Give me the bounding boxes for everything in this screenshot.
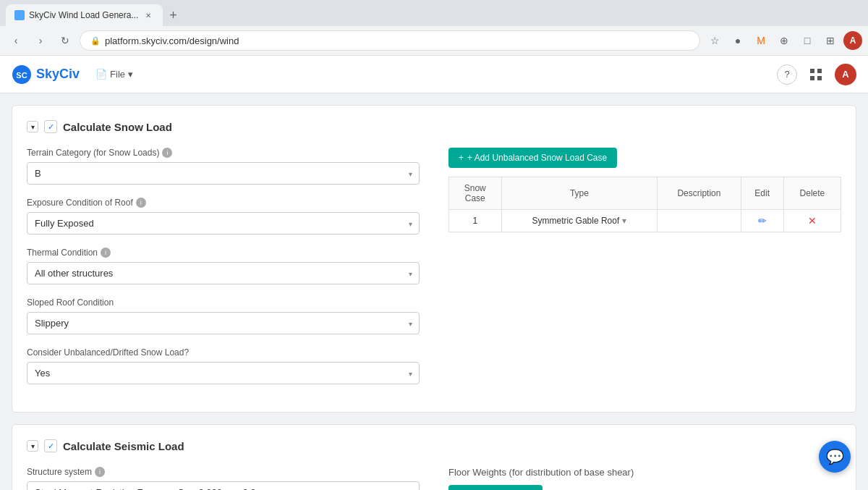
tab-title: SkyCiv Wind Load Genera... [29, 10, 138, 20]
exposure-info-icon[interactable]: i [136, 198, 146, 208]
snow-edit-button[interactable]: ✏ [758, 215, 767, 227]
snow-type-value: Symmetric Gable Roof [532, 216, 620, 226]
grid-icon [809, 67, 823, 82]
user-avatar[interactable]: A [835, 64, 856, 85]
help-button[interactable]: ? [777, 64, 797, 85]
svg-rect-4 [810, 76, 814, 80]
snow-type-dropdown-arrow[interactable]: ▾ [622, 216, 626, 226]
file-icon: 📄 [95, 69, 107, 80]
ext-icon-1[interactable]: ● [728, 30, 748, 51]
snow-toggle-symbol: ▾ [31, 123, 35, 131]
floor-weights-section: Floor Weights (for distribution of base … [448, 467, 841, 490]
thermal-label: Thermal Condition i [27, 248, 420, 258]
unbalanced-select-wrapper: Yes ▾ [27, 362, 420, 384]
app-logo-text: SkyCiv [36, 67, 80, 82]
seismic-form-right: Floor Weights (for distribution of base … [448, 467, 841, 490]
snow-delete-col-header: Delete [783, 177, 841, 210]
snow-form-grid: Terrain Category (for Snow Loads) i B ▾ … [27, 148, 841, 397]
snow-edit-col-header: Edit [741, 177, 783, 210]
floor-weights-title: Floor Weights (for distribution of base … [448, 467, 841, 478]
terrain-info-icon[interactable]: i [162, 148, 172, 158]
exposure-select-wrapper: Fully Exposed ▾ [27, 212, 420, 235]
active-tab[interactable]: SkyCiv Wind Load Genera... ✕ [6, 4, 163, 26]
header-right: ? A [777, 64, 856, 85]
terrain-select[interactable]: B [27, 162, 420, 185]
snow-section-checkbox[interactable]: ✓ [44, 120, 57, 133]
seismic-form-grid: Structure system i Steel Moment-Resistin… [27, 467, 841, 490]
unbalanced-snow-field: Consider Unbalanced/Drifted Snow Load? Y… [27, 347, 420, 384]
thermal-condition-field: Thermal Condition i All other structures… [27, 248, 420, 284]
snow-desc-col-header: Description [658, 177, 741, 210]
chat-button[interactable]: 💬 [819, 441, 851, 473]
seismic-toggle-symbol: ▾ [31, 442, 35, 450]
snow-type-cell: Symmetric Gable Roof ▾ [501, 210, 658, 232]
thermal-select-wrapper: All other structures ▾ [27, 262, 420, 284]
app-logo: SC SkyCiv [12, 64, 80, 85]
skyciv-logo-icon: SC [12, 64, 32, 85]
snow-delete-button[interactable]: ✕ [808, 215, 817, 227]
unbalanced-select[interactable]: Yes [27, 362, 420, 384]
snow-load-section: ▾ ✓ Calculate Snow Load Terrain Category… [12, 105, 856, 413]
snow-case-col-header: SnowCase [449, 177, 502, 210]
browser-chrome: SkyCiv Wind Load Genera... ✕ + ‹ › ↻ 🔒 p… [0, 0, 868, 56]
svg-rect-5 [817, 76, 822, 80]
seismic-section-title: Calculate Seismic Load [63, 440, 184, 452]
exposure-label: Exposure Condition of Roof i [27, 198, 420, 208]
profile-avatar[interactable]: A [843, 31, 862, 50]
unbalanced-label: Consider Unbalanced/Drifted Snow Load? [27, 347, 420, 358]
snow-section-header: ▾ ✓ Calculate Snow Load [27, 120, 841, 133]
seismic-load-section: ▾ ✓ Calculate Seismic Load Structure sys… [12, 424, 856, 490]
terrain-label: Terrain Category (for Snow Loads) i [27, 148, 420, 158]
snow-type-col-header: Type [501, 177, 658, 210]
sloped-label: Sloped Roof Condition [27, 297, 420, 308]
refresh-button[interactable]: ↻ [55, 30, 75, 51]
address-bar[interactable]: 🔒 platform.skyciv.com/design/wind [80, 30, 700, 51]
structure-select[interactable]: Steel Moment-Resisting Frames - C₁ = 0.0… [27, 481, 420, 490]
svg-text:SC: SC [16, 71, 27, 80]
snow-delete-icon: ✕ [808, 215, 817, 227]
snow-delete-cell: ✕ [783, 210, 841, 232]
snow-desc-cell [658, 210, 741, 232]
seismic-section-checkbox[interactable]: ✓ [44, 439, 57, 452]
seismic-section-header: ▾ ✓ Calculate Seismic Load [27, 439, 841, 452]
exposure-select[interactable]: Fully Exposed [27, 212, 420, 235]
ext-icon-2[interactable]: M [751, 30, 771, 51]
bookmark-icon[interactable]: ☆ [705, 30, 725, 51]
sloped-select[interactable]: Slippery [27, 312, 420, 334]
structure-system-field: Structure system i Steel Moment-Resistin… [27, 467, 420, 490]
back-button[interactable]: ‹ [6, 30, 26, 51]
structure-info-icon[interactable]: i [95, 467, 105, 477]
thermal-select[interactable]: All other structures [27, 262, 420, 284]
ext-icon-4[interactable]: □ [797, 30, 817, 51]
snow-section-title: Calculate Snow Load [63, 121, 172, 133]
new-tab-button[interactable]: + [163, 5, 183, 25]
ext-icon-3[interactable]: ⊕ [774, 30, 794, 51]
table-row: 1 Symmetric Gable Roof ▾ ✏ [449, 210, 841, 232]
terrain-select-wrapper: B ▾ [27, 162, 420, 185]
seismic-section-toggle[interactable]: ▾ [27, 440, 38, 452]
snow-section-toggle[interactable]: ▾ [27, 121, 38, 132]
add-snow-btn-label: + Add Unbalanced Snow Load Case [467, 153, 607, 163]
snow-edit-cell: ✏ [741, 210, 783, 232]
add-snow-plus-icon: + [459, 153, 464, 163]
tab-bar: SkyCiv Wind Load Genera... ✕ + [0, 0, 868, 26]
terrain-category-field: Terrain Category (for Snow Loads) i B ▾ [27, 148, 420, 185]
toolbar-icons: ☆ ● M ⊕ □ ⊞ A [705, 30, 862, 51]
file-menu-label: File [110, 69, 125, 80]
tab-favicon [14, 10, 25, 20]
file-menu-chevron: ▾ [128, 69, 133, 80]
exposure-condition-field: Exposure Condition of Roof i Fully Expos… [27, 198, 420, 235]
snow-form-left: Terrain Category (for Snow Loads) i B ▾ … [27, 148, 420, 397]
tab-close-button[interactable]: ✕ [142, 9, 154, 21]
ext-icon-5[interactable]: ⊞ [820, 30, 841, 51]
add-unbalanced-snow-case-button[interactable]: + + Add Unbalanced Snow Load Case [448, 148, 617, 168]
thermal-info-icon[interactable]: i [101, 248, 111, 258]
sloped-roof-field: Sloped Roof Condition Slippery ▾ [27, 297, 420, 334]
snow-cases-table: SnowCase Type Description Edit Delete 1 [448, 177, 841, 232]
app-header: SC SkyCiv 📄 File ▾ ? A [0, 56, 868, 93]
snow-check-symbol: ✓ [48, 122, 54, 132]
add-floor-data-button[interactable]: + + Add Floor Data [448, 485, 542, 490]
forward-button[interactable]: › [30, 30, 51, 51]
file-menu[interactable]: 📄 File ▾ [88, 66, 140, 83]
apps-grid-button[interactable] [806, 64, 826, 85]
